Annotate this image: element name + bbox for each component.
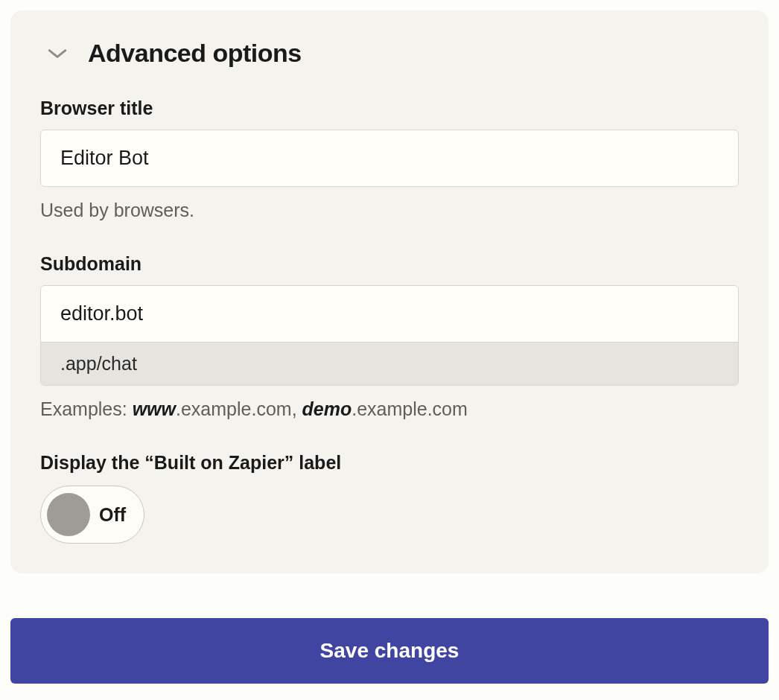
chevron-down-icon [48,48,67,60]
subdomain-input-wrap: .app/chat [40,285,739,386]
built-on-zapier-toggle[interactable]: Off [40,486,144,544]
toggle-row: Off [40,486,739,544]
browser-title-label: Browser title [40,98,739,119]
examples-mid-2: .example.com [352,398,468,419]
subdomain-input[interactable] [41,286,738,342]
save-changes-button[interactable]: Save changes [10,618,769,684]
examples-bold-1: www [133,398,176,419]
subdomain-suffix: .app/chat [41,342,738,385]
browser-title-field: Browser title Used by browsers. [40,98,739,223]
examples-mid-1: .example.com, [176,398,302,419]
subdomain-helper: Examples: www.example.com, demo.example.… [40,396,739,422]
section-title: Advanced options [88,39,302,68]
toggle-knob [47,493,90,536]
built-on-zapier-label: Display the “Built on Zapier” label [40,452,739,474]
toggle-state-label: Off [99,504,126,526]
section-header[interactable]: Advanced options [40,39,739,68]
subdomain-field: Subdomain .app/chat Examples: www.exampl… [40,253,739,422]
examples-prefix: Examples: [40,398,133,419]
browser-title-input[interactable] [40,130,739,187]
browser-title-helper: Used by browsers. [40,197,739,223]
examples-bold-2: demo [302,398,352,419]
built-on-zapier-field: Display the “Built on Zapier” label Off [40,452,739,544]
subdomain-label: Subdomain [40,253,739,275]
advanced-options-card: Advanced options Browser title Used by b… [10,10,769,573]
